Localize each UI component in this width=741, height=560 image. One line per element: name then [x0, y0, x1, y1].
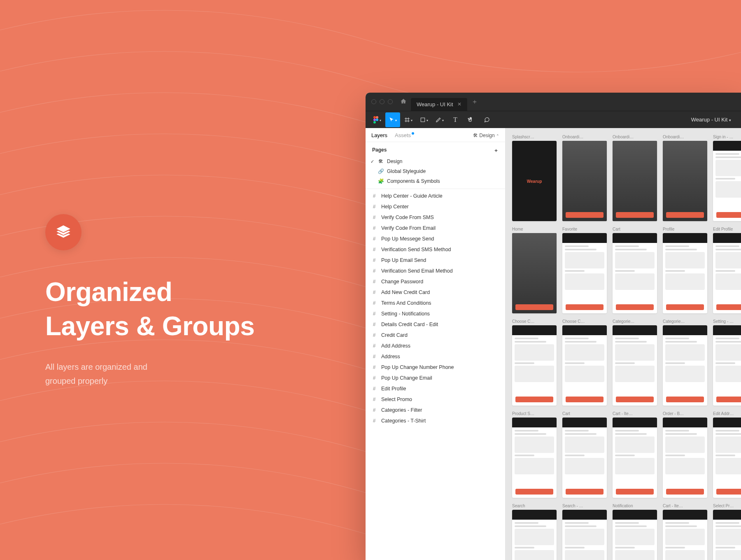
artboard-frame[interactable]	[512, 510, 557, 560]
artboard-frame[interactable]	[562, 233, 607, 313]
artboard-frame[interactable]: Wearup	[512, 141, 557, 221]
frame-icon: #	[371, 300, 377, 306]
artboard[interactable]: Select Pr…	[713, 504, 741, 560]
artboard[interactable]: Favorite	[562, 227, 607, 319]
layer-item[interactable]: #Categories - Filter	[366, 405, 505, 415]
move-tool[interactable]: ▾	[385, 112, 400, 127]
frame-tool[interactable]: ▾	[401, 112, 416, 127]
layer-item[interactable]: #Pop Up Email Send	[366, 255, 505, 266]
shape-tool[interactable]: ▾	[417, 112, 431, 127]
artboard-frame[interactable]	[613, 233, 657, 313]
artboard[interactable]: Onboardi…	[613, 135, 657, 227]
artboard-frame[interactable]	[663, 325, 707, 406]
artboard-frame[interactable]	[663, 418, 707, 498]
project-title[interactable]: Wearup - UI Kit ▾	[691, 117, 737, 123]
layer-item[interactable]: #Verify Code From Email	[366, 223, 505, 233]
figma-menu-icon[interactable]: ▾	[370, 112, 384, 127]
artboard-frame[interactable]	[713, 325, 741, 406]
artboard[interactable]: Onboardi…	[663, 135, 707, 227]
svg-point-4	[373, 121, 376, 124]
layer-item[interactable]: # Pop Up Change Email	[366, 373, 505, 383]
artboard-frame[interactable]	[562, 325, 607, 406]
artboard-frame[interactable]	[663, 141, 707, 221]
artboard-frame[interactable]	[562, 510, 607, 560]
layer-item[interactable]: #Terms And Conditions	[366, 298, 505, 308]
artboard[interactable]: Home	[512, 227, 557, 319]
layer-item[interactable]: #Help Center - Guide Article	[366, 191, 505, 201]
artboard[interactable]: Cart	[562, 411, 607, 504]
artboard-frame[interactable]	[613, 325, 657, 406]
artboard-frame[interactable]	[713, 141, 741, 221]
frame-icon: #	[371, 204, 377, 210]
layer-item[interactable]: #Add Address	[366, 341, 505, 351]
comment-tool[interactable]	[479, 112, 494, 127]
artboard[interactable]: Profile	[663, 227, 707, 319]
new-tab-button[interactable]: ＋	[471, 98, 478, 106]
page-item[interactable]: 🛠Design	[366, 156, 505, 166]
artboard-frame[interactable]	[512, 325, 557, 406]
artboard[interactable]: Choose C…	[562, 319, 607, 411]
layer-item[interactable]: #Address	[366, 351, 505, 362]
artboard[interactable]: Edit Addr…	[713, 411, 741, 504]
artboard[interactable]: Search	[512, 504, 557, 560]
layer-item[interactable]: #Verification Send SMS Method	[366, 244, 505, 255]
artboard-frame[interactable]	[713, 233, 741, 313]
home-icon[interactable]	[400, 98, 407, 106]
tab-assets[interactable]: Assets	[395, 132, 414, 138]
layer-item[interactable]: #Verify Code From SMS	[366, 212, 505, 223]
artboard-frame[interactable]	[663, 510, 707, 560]
sidebar-tabs: Layers Assets 🛠 Design ⌃	[366, 128, 505, 142]
artboard-frame[interactable]	[512, 418, 557, 498]
artboard-frame[interactable]	[713, 510, 741, 560]
layer-item[interactable]: #Help Center	[366, 201, 505, 212]
layer-item[interactable]: #Change Password	[366, 276, 505, 287]
canvas[interactable]: Splashscr…WearupOnboardi…Onboardi…Onboar…	[506, 128, 741, 560]
artboard[interactable]: Sign in - …	[713, 135, 741, 227]
artboard[interactable]: Categorie…	[663, 319, 707, 411]
artboard[interactable]: Notification	[613, 504, 657, 560]
artboard-frame[interactable]	[663, 233, 707, 313]
hand-tool[interactable]	[464, 112, 478, 127]
layer-item[interactable]: #Credit Card	[366, 330, 505, 341]
artboard[interactable]: Order - B…	[663, 411, 707, 504]
page-item[interactable]: 🔗Global Styleguide	[366, 166, 505, 176]
artboard-frame[interactable]	[512, 233, 557, 313]
file-tab[interactable]: Wearup - UI Kit ✕	[411, 98, 467, 111]
artboard-frame[interactable]	[613, 510, 657, 560]
artboard-frame[interactable]	[713, 418, 741, 498]
layer-item[interactable]: #Details Credit Card - Edit	[366, 319, 505, 330]
layer-item[interactable]: #Select Promo	[366, 394, 505, 405]
pen-tool[interactable]: ▾	[432, 112, 447, 127]
traffic-lights[interactable]	[371, 99, 393, 104]
artboard[interactable]: Setting - …	[713, 319, 741, 411]
layer-item[interactable]: #Verification Send Email Method	[366, 266, 505, 276]
artboard-frame[interactable]	[613, 141, 657, 221]
layer-item[interactable]: #Edit Profile	[366, 383, 505, 394]
layer-item[interactable]: #Pop Up Messege Send	[366, 233, 505, 244]
artboard[interactable]: Onboardi…	[562, 135, 607, 227]
artboard[interactable]: Product S…	[512, 411, 557, 504]
layer-item[interactable]: #Setting - Notifications	[366, 308, 505, 319]
page-item[interactable]: 🧩Components & Symbols	[366, 176, 505, 186]
frame-icon: #	[371, 354, 377, 359]
artboard[interactable]: Splashscr…Wearup	[512, 135, 557, 227]
add-page-button[interactable]: ＋	[494, 147, 499, 154]
artboard-frame[interactable]	[562, 141, 607, 221]
text-tool[interactable]: T	[448, 112, 463, 127]
artboard[interactable]: Choose C…	[512, 319, 557, 411]
artboard[interactable]: Cart	[613, 227, 657, 319]
close-icon[interactable]: ✕	[457, 101, 461, 107]
artboard[interactable]: Categorie…	[613, 319, 657, 411]
artboard-frame[interactable]	[562, 418, 607, 498]
layer-item[interactable]: #Categories - T-Shirt	[366, 415, 505, 426]
tab-layers[interactable]: Layers	[371, 132, 387, 138]
artboard[interactable]: Edit Profile	[713, 227, 741, 319]
page-indicator[interactable]: 🛠 Design ⌃	[473, 133, 499, 138]
layer-item[interactable]: #Add New Credit Card	[366, 287, 505, 298]
artboard-frame[interactable]	[613, 418, 657, 498]
artboard[interactable]: Cart - Ite…	[663, 504, 707, 560]
layer-item[interactable]: #Pop Up Change Number Phone	[366, 362, 505, 373]
artboard[interactable]: Cart - Ite…	[613, 411, 657, 504]
artboard-name: Splashscr…	[512, 135, 557, 139]
artboard[interactable]: Search - …	[562, 504, 607, 560]
